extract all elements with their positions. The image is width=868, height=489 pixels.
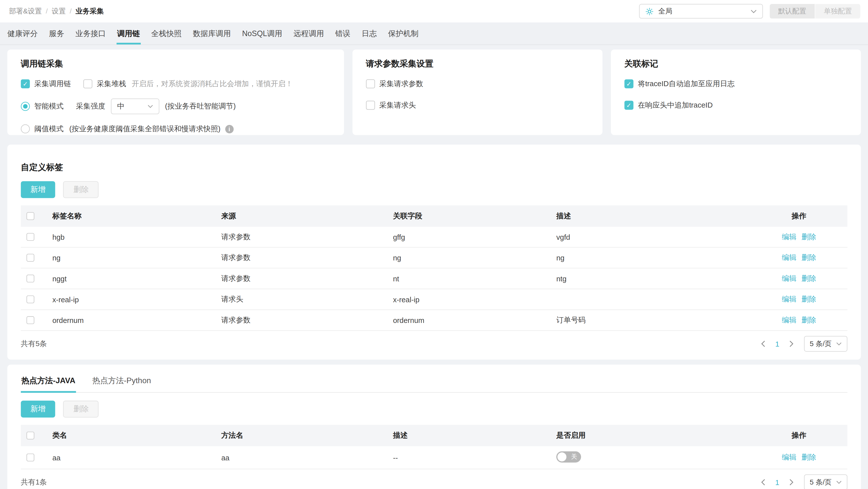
tab-fullstack-snapshot[interactable]: 全栈快照 xyxy=(151,23,182,44)
edit-link[interactable]: 编辑 xyxy=(782,273,797,284)
tab-health-score[interactable]: 健康评分 xyxy=(7,23,38,44)
smart-mode-label: 智能模式 xyxy=(34,101,64,111)
delete-link[interactable]: 删除 xyxy=(802,253,816,263)
tab-errors[interactable]: 错误 xyxy=(335,23,351,44)
cell-tag-name: ng xyxy=(48,254,217,262)
row-checkbox[interactable] xyxy=(26,296,34,303)
scope-selector-value: 全局 xyxy=(658,6,746,16)
chevron-down-icon xyxy=(836,481,842,484)
traceid-to-log-label: 将traceID自动追加至应用日志 xyxy=(638,79,735,89)
edit-link[interactable]: 编辑 xyxy=(782,253,797,263)
delete-method-button[interactable]: 删除 xyxy=(63,401,99,418)
collect-request-headers-label: 采集请求头 xyxy=(379,100,416,110)
cell-tag-name: nggt xyxy=(48,274,217,283)
trace-collection-card: 调用链采集 采集调用链 采集堆栈 开启后，对系统资源消耗占比会增加，谨慎开启！ … xyxy=(7,50,344,135)
total-count: 共有1条 xyxy=(21,477,47,487)
breadcrumb: 部署&设置 / 设置 / 业务采集 xyxy=(9,6,104,16)
settings-cards-row: 调用链采集 采集调用链 采集堆栈 开启后，对系统资源消耗占比会增加，谨慎开启！ … xyxy=(7,50,861,135)
cell-field: gffg xyxy=(389,233,552,241)
column-header-class-name: 类名 xyxy=(48,430,217,441)
smart-mode-radio[interactable] xyxy=(21,102,30,111)
table-row: nggt 请求参数 nt ntg 编辑 删除 xyxy=(21,268,847,289)
smart-mode-note: (按业务吞吐智能调节) xyxy=(165,101,236,111)
scope-selector[interactable]: 全局 xyxy=(639,4,763,19)
prev-page-icon[interactable] xyxy=(758,339,768,349)
collect-request-params-label: 采集请求参数 xyxy=(379,79,423,89)
cell-tag-name: hgb xyxy=(48,233,217,241)
column-header-actions: 操作 xyxy=(746,211,847,221)
add-tag-button[interactable]: 新增 xyxy=(21,181,55,198)
toggle-knob xyxy=(557,452,566,461)
tab-services[interactable]: 服务 xyxy=(48,23,65,44)
hot-methods-tabs: 热点方法-JAVA 热点方法-Python xyxy=(21,372,847,393)
table-row: ordernum 请求参数 ordernum 订单号码 编辑 删除 xyxy=(21,310,847,331)
hot-methods-table: 类名 方法名 描述 是否启用 操作 aa aa -- 关 xyxy=(21,425,847,469)
tab-nosql-calls[interactable]: NoSQL调用 xyxy=(242,23,283,44)
delete-link[interactable]: 删除 xyxy=(802,273,816,284)
page-number[interactable]: 1 xyxy=(775,339,779,348)
threshold-mode-radio[interactable] xyxy=(21,124,30,133)
cell-field: ordernum xyxy=(389,316,552,324)
info-icon[interactable]: i xyxy=(225,125,234,133)
collect-stack-checkbox[interactable] xyxy=(83,79,92,88)
edit-link[interactable]: 编辑 xyxy=(782,232,797,242)
collect-trace-checkbox[interactable] xyxy=(21,79,30,88)
collect-request-params-checkbox[interactable] xyxy=(366,79,375,88)
row-checkbox[interactable] xyxy=(26,454,34,462)
collect-request-headers-checkbox[interactable] xyxy=(366,101,375,110)
edit-link[interactable]: 编辑 xyxy=(782,315,797,325)
row-checkbox[interactable] xyxy=(26,233,34,241)
breadcrumb-item-settings[interactable]: 设置 xyxy=(52,6,66,16)
edit-link[interactable]: 编辑 xyxy=(782,294,797,304)
page-number[interactable]: 1 xyxy=(775,478,779,487)
cell-desc: 订单号码 xyxy=(552,315,746,325)
traceid-to-header-label: 在响应头中追加traceID xyxy=(638,100,713,110)
default-config-button[interactable]: 默认配置 xyxy=(770,4,815,19)
delete-link[interactable]: 删除 xyxy=(802,315,816,325)
hot-methods-card: 热点方法-JAVA 热点方法-Python 新增 删除 类名 方法名 描述 是否… xyxy=(7,364,861,489)
delete-tag-button[interactable]: 删除 xyxy=(63,181,99,198)
enable-toggle-off[interactable]: 关 xyxy=(556,451,581,462)
tab-remote-calls[interactable]: 远程调用 xyxy=(293,23,324,44)
breadcrumb-item-deploy-settings[interactable]: 部署&设置 xyxy=(9,6,42,16)
tab-hot-methods-java[interactable]: 热点方法-JAVA xyxy=(21,372,76,392)
pagination-controls: 1 5 条/页 xyxy=(758,336,847,352)
custom-tags-card: 自定义标签 新增 删除 标签名称 来源 关联字段 描述 操作 hgb 请求参数 xyxy=(7,145,861,360)
chevron-down-icon xyxy=(751,9,757,13)
tab-protection[interactable]: 保护机制 xyxy=(388,23,419,44)
collect-trace-label: 采集调用链 xyxy=(34,79,71,89)
single-config-button[interactable]: 单独配置 xyxy=(815,4,860,19)
traceid-to-log-checkbox[interactable] xyxy=(624,79,633,88)
row-checkbox[interactable] xyxy=(26,254,34,262)
prev-page-icon[interactable] xyxy=(758,477,768,487)
page-size-select[interactable]: 5 条/页 xyxy=(804,336,847,352)
select-all-checkbox[interactable] xyxy=(26,212,34,220)
traceid-to-header-checkbox[interactable] xyxy=(624,101,633,110)
tab-trace-chain[interactable]: 调用链 xyxy=(117,23,141,44)
select-all-checkbox[interactable] xyxy=(26,431,34,439)
strength-select-value: 中 xyxy=(117,101,124,111)
tab-business-api[interactable]: 业务接口 xyxy=(75,23,106,44)
traceid-to-log-row: 将traceID自动追加至应用日志 xyxy=(624,78,849,90)
tab-logs[interactable]: 日志 xyxy=(361,23,377,44)
config-mode-switch: 默认配置 单独配置 xyxy=(770,4,860,19)
add-method-button[interactable]: 新增 xyxy=(21,401,55,418)
delete-link[interactable]: 删除 xyxy=(802,294,816,304)
tab-hot-methods-python[interactable]: 热点方法-Python xyxy=(92,372,152,392)
cell-field: ng xyxy=(389,254,552,262)
next-page-icon[interactable] xyxy=(786,477,797,487)
edit-link[interactable]: 编辑 xyxy=(782,452,797,463)
row-checkbox[interactable] xyxy=(26,316,34,324)
delete-link[interactable]: 删除 xyxy=(802,232,816,242)
next-page-icon[interactable] xyxy=(786,339,797,349)
topbar-right: 全局 默认配置 单独配置 xyxy=(639,4,860,19)
row-checkbox[interactable] xyxy=(26,274,34,283)
delete-link[interactable]: 删除 xyxy=(802,452,816,463)
page-size-select[interactable]: 5 条/页 xyxy=(804,474,847,489)
tab-database-calls[interactable]: 数据库调用 xyxy=(192,23,231,44)
strength-select[interactable]: 中 xyxy=(111,99,159,114)
cell-desc: vgfd xyxy=(552,233,746,241)
total-count: 共有5条 xyxy=(21,339,47,349)
collect-stack-label: 采集堆栈 xyxy=(97,79,126,89)
column-header-field: 关联字段 xyxy=(389,211,552,221)
